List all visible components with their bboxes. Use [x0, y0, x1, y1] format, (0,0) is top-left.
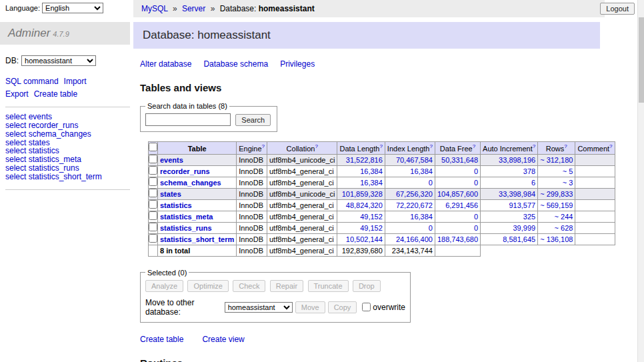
help-icon[interactable]: ?: [429, 143, 432, 149]
help-icon[interactable]: ?: [473, 143, 475, 149]
data-length-link[interactable]: 49,152: [360, 213, 383, 221]
sidebar-item-select-statistics-short-term[interactable]: select statistics_short_term: [5, 172, 102, 181]
data-free-link[interactable]: 188,743,680: [437, 235, 478, 243]
copy-button[interactable]: Copy: [328, 301, 357, 313]
table-link-events[interactable]: events: [160, 156, 183, 164]
help-icon[interactable]: ?: [315, 143, 317, 149]
auto-increment-link[interactable]: 378: [523, 167, 535, 175]
repair-button[interactable]: Repair: [270, 280, 303, 292]
row-checkbox-recorder-runs[interactable]: [149, 166, 157, 175]
help-icon[interactable]: ?: [262, 143, 265, 149]
scrollbar[interactable]: [637, 0, 644, 362]
row-checkbox-schema-changes[interactable]: [149, 177, 157, 186]
breadcrumb-current-label: Database:: [220, 4, 257, 13]
data-length-link[interactable]: 49,152: [360, 224, 383, 232]
table-link-statistics-meta[interactable]: statistics_meta: [160, 213, 213, 221]
analyze-button[interactable]: Analyze: [145, 280, 183, 292]
rows-count-link[interactable]: ~ 3: [563, 179, 573, 187]
data-free-link[interactable]: 6,291,456: [445, 201, 478, 209]
rows-count-link[interactable]: ~ 299,833: [540, 190, 573, 198]
help-icon[interactable]: ?: [609, 143, 612, 149]
create-table-link[interactable]: Create table: [140, 335, 183, 344]
data-free-link[interactable]: 0: [474, 179, 478, 187]
index-length-link[interactable]: 24,166,400: [396, 235, 433, 243]
row-checkbox-statistics[interactable]: [149, 200, 157, 209]
breadcrumb-link-mysql[interactable]: MySQL: [141, 4, 168, 13]
tables-and-views-heading: Tables and views: [140, 82, 605, 93]
row-checkbox-statistics-runs[interactable]: [149, 223, 157, 231]
data-length-link[interactable]: 48,824,320: [346, 201, 383, 209]
db-select[interactable]: homeassistant: [21, 55, 96, 66]
rows-count-link[interactable]: ~ 628: [555, 224, 573, 232]
optimize-button[interactable]: Optimize: [187, 280, 228, 292]
move-button[interactable]: Move: [295, 301, 325, 313]
table-link-statistics-runs[interactable]: statistics_runs: [160, 224, 212, 232]
data-free-link[interactable]: 0: [474, 213, 478, 221]
row-checkbox-states[interactable]: [149, 189, 157, 197]
privileges-link[interactable]: Privileges: [280, 59, 315, 69]
auto-increment-link[interactable]: 6: [531, 179, 535, 187]
help-icon[interactable]: ?: [533, 143, 535, 149]
index-length-link[interactable]: 16,384: [410, 167, 433, 175]
sidebar-link-sql-command[interactable]: SQL command: [5, 77, 59, 86]
table-link-recorder-runs[interactable]: recorder_runs: [160, 167, 210, 175]
check-button[interactable]: Check: [233, 280, 265, 292]
table-link-states[interactable]: states: [160, 190, 181, 198]
database-schema-link[interactable]: Database schema: [203, 59, 268, 69]
row-checkbox-statistics-short-term[interactable]: [149, 234, 157, 243]
language-select[interactable]: English: [42, 3, 103, 13]
sidebar-link-export[interactable]: Export: [5, 89, 29, 99]
rows-count-link[interactable]: ~ 312,180: [540, 156, 573, 164]
truncate-button[interactable]: Truncate: [308, 280, 349, 292]
rows-count-link[interactable]: ~ 5: [563, 167, 573, 175]
select-all-checkbox[interactable]: [149, 143, 157, 151]
row-checkbox-events[interactable]: [149, 155, 157, 163]
index-length-link[interactable]: 0: [429, 224, 433, 232]
index-length-link[interactable]: 16,384: [410, 213, 433, 221]
data-length-link[interactable]: 10,502,144: [346, 235, 383, 243]
data-free-link[interactable]: 0: [474, 167, 478, 175]
overwrite-checkbox[interactable]: [362, 303, 371, 311]
data-free-link[interactable]: 50,331,648: [441, 156, 478, 164]
auto-increment-link[interactable]: 39,999: [513, 224, 536, 232]
data-length-link[interactable]: 16,384: [360, 167, 383, 175]
table-link-statistics[interactable]: statistics: [160, 201, 192, 209]
sidebar-link-import[interactable]: Import: [64, 77, 87, 86]
total-label: 8 in total: [158, 245, 237, 256]
db-label: DB:: [5, 56, 19, 65]
data-free-link[interactable]: 0: [474, 224, 478, 232]
auto-increment-link[interactable]: 33,398,984: [499, 190, 535, 198]
alter-database-link[interactable]: Alter database: [140, 59, 191, 69]
data-length-link[interactable]: 16,384: [360, 179, 383, 187]
index-length-link[interactable]: 67,256,320: [396, 190, 433, 198]
data-length-link[interactable]: 31,522,816: [346, 156, 383, 164]
move-database-select[interactable]: homeassistant: [225, 302, 293, 313]
rows-count-link[interactable]: ~ 136,108: [540, 235, 573, 243]
drop-button[interactable]: Drop: [353, 280, 381, 292]
sidebar-link-create-table[interactable]: Create table: [34, 89, 77, 99]
table-link-schema-changes[interactable]: schema_changes: [160, 179, 221, 187]
logout-button[interactable]: Logout: [600, 3, 635, 15]
create-view-link[interactable]: Create view: [202, 335, 244, 344]
scrollbar-thumb[interactable]: [639, 17, 644, 103]
index-length-link[interactable]: 72,220,672: [396, 201, 433, 209]
breadcrumb-link-server[interactable]: Server: [182, 4, 205, 13]
index-length-link[interactable]: 0: [429, 179, 433, 187]
table-link-statistics-short-term[interactable]: statistics_short_term: [160, 235, 234, 243]
comment-cell: [575, 222, 615, 233]
auto-increment-link[interactable]: 33,898,196: [499, 156, 535, 164]
search-button[interactable]: Search: [235, 114, 271, 126]
auto-increment-link[interactable]: 325: [523, 213, 535, 221]
auto-increment-link[interactable]: 913,577: [509, 201, 535, 209]
routines-heading: Routines: [140, 357, 605, 362]
help-icon[interactable]: ?: [379, 143, 382, 149]
index-length-link[interactable]: 70,467,584: [396, 156, 433, 164]
search-input[interactable]: [145, 113, 231, 126]
row-checkbox-statistics-meta[interactable]: [149, 211, 157, 220]
help-icon[interactable]: ?: [564, 143, 567, 149]
auto-increment-link[interactable]: 8,581,645: [503, 235, 535, 243]
rows-count-link[interactable]: ~ 244: [555, 213, 573, 221]
data-free-link[interactable]: 104,857,600: [437, 190, 478, 198]
data-length-link[interactable]: 101,859,328: [342, 190, 383, 198]
rows-count-link[interactable]: ~ 569,159: [540, 201, 573, 209]
